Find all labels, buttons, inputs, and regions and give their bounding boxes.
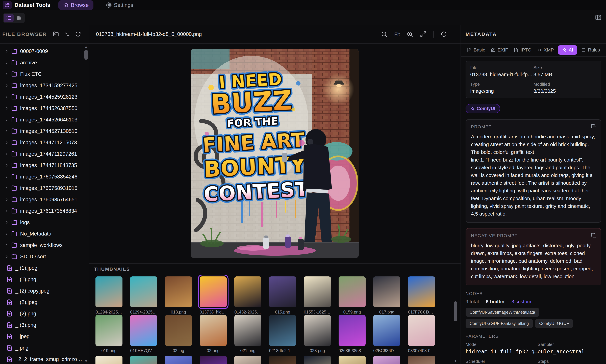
node-chip[interactable]: ComfyUI-GGUF-FantasyTalking: [466, 319, 533, 328]
nav-settings-button[interactable]: Settings: [102, 0, 138, 10]
thumbnail-image[interactable]: [234, 276, 261, 307]
thumbnail[interactable]: [200, 356, 227, 364]
thumbnail-image[interactable]: [304, 276, 331, 307]
tab-basic[interactable]: Basic: [465, 45, 487, 55]
thumbnail[interactable]: 017F7CCD7BB0…: [408, 276, 435, 314]
thumbnail[interactable]: 0159.png: [339, 276, 366, 314]
thumbnail[interactable]: 01432-2025-10-…: [234, 276, 261, 314]
folder-row[interactable]: 00007-0009: [0, 46, 84, 57]
thumbnail-image[interactable]: [408, 315, 435, 346]
thumbnail[interactable]: 02.png: [200, 315, 227, 353]
thumbnail-image[interactable]: [408, 356, 435, 364]
chevron-right-icon[interactable]: [4, 243, 9, 247]
reload-image-button[interactable]: [440, 31, 447, 38]
zoom-out-button[interactable]: [381, 31, 388, 38]
thumbnail-image[interactable]: [304, 315, 331, 346]
thumbnail-image[interactable]: [234, 356, 261, 364]
folder-row[interactable]: images_1744526646103: [0, 114, 84, 126]
open-folder-button[interactable]: [53, 31, 59, 38]
tab-iptc[interactable]: IPTC: [512, 45, 533, 55]
folder-row[interactable]: Flux ETC: [0, 68, 84, 80]
thumbnail-image[interactable]: [95, 356, 122, 364]
folder-row[interactable]: logs: [0, 217, 84, 228]
thumbnail-image[interactable]: [95, 276, 122, 307]
chevron-right-icon[interactable]: [4, 186, 9, 190]
thumbnail-image[interactable]: [165, 356, 192, 364]
file-row[interactable]: _.png: [0, 342, 84, 354]
chevron-right-icon[interactable]: [4, 163, 9, 168]
thumbnail-image[interactable]: [130, 356, 157, 364]
refresh-tree-button[interactable]: [75, 31, 81, 38]
chevron-right-icon[interactable]: [4, 95, 9, 99]
thumbnail-image[interactable]: [408, 276, 435, 307]
zoom-in-button[interactable]: [407, 31, 413, 38]
main-image[interactable]: I NEED BUZZ FOR THE FINE ART BOUNTY CONT…: [191, 49, 359, 258]
thumbnail[interactable]: 02.jpg: [165, 315, 192, 353]
folder-row[interactable]: images_1744711297261: [0, 148, 84, 160]
thumbnail[interactable]: 0213dfe2-1a4d-…: [269, 315, 296, 353]
thumbnail[interactable]: 03307408-018b…: [408, 315, 435, 353]
fit-button[interactable]: Fit: [394, 31, 400, 37]
thumbnail-image[interactable]: [130, 276, 157, 307]
folder-row[interactable]: images_1734159277425: [0, 80, 84, 91]
scrollbar-thumb[interactable]: [454, 301, 457, 321]
scroll-down-icon[interactable]: ▼: [453, 359, 458, 363]
thumbnail-image[interactable]: [373, 356, 400, 364]
thumbnail[interactable]: [130, 356, 157, 364]
thumbnail-image[interactable]: [200, 276, 227, 307]
thumbnail[interactable]: [165, 356, 192, 364]
list-view-button[interactable]: [4, 13, 13, 22]
folder-row[interactable]: No_Metadata: [0, 228, 84, 240]
chevron-right-icon[interactable]: [4, 220, 9, 225]
grid-view-button[interactable]: [14, 13, 24, 22]
thumbnail-image[interactable]: [373, 315, 400, 346]
copy-prompt-button[interactable]: [591, 124, 597, 130]
thumbnail[interactable]: [95, 356, 122, 364]
file-row[interactable]: _.jpeg: [0, 331, 84, 342]
thumbnail[interactable]: 01KHE7QV6WNK…: [130, 315, 157, 353]
node-chip[interactable]: ComfyUI-SaveImageWithMetaData: [466, 308, 539, 317]
chevron-right-icon[interactable]: [4, 129, 9, 133]
thumbnail[interactable]: 019.png: [95, 315, 122, 353]
thumbnail-image[interactable]: [165, 276, 192, 307]
sidebar-scrollbar[interactable]: ▲ ▼: [84, 45, 88, 363]
tab-rules[interactable]: Rules: [580, 45, 602, 55]
thumbnail[interactable]: 021.png: [234, 315, 261, 353]
scrollbar-thumb[interactable]: [84, 50, 88, 60]
folder-row[interactable]: images_1760935764651: [0, 194, 84, 205]
thumbnail-image[interactable]: [339, 315, 366, 346]
scroll-down-icon[interactable]: ▼: [84, 359, 88, 363]
folder-row[interactable]: images_1744527130510: [0, 126, 84, 137]
folder-row[interactable]: archive: [0, 57, 84, 68]
chevron-right-icon[interactable]: [4, 117, 9, 122]
thumbnail[interactable]: 015.png: [269, 276, 296, 314]
chevron-right-icon[interactable]: [4, 106, 9, 111]
fullscreen-button[interactable]: [420, 31, 427, 38]
thumbnail-image[interactable]: [130, 315, 157, 346]
thumbnail[interactable]: [408, 356, 435, 364]
tab-exif[interactable]: EXIF: [489, 45, 510, 55]
tab-xmp[interactable]: XMP: [535, 45, 556, 55]
scroll-up-icon[interactable]: ▲: [84, 45, 88, 49]
copy-negative-prompt-button[interactable]: [591, 233, 597, 238]
thumbnail-image[interactable]: [200, 356, 227, 364]
file-row[interactable]: _ (1).png: [0, 274, 84, 285]
folder-row[interactable]: images_1760758931015: [0, 182, 84, 194]
thumbnail[interactable]: [304, 356, 331, 364]
thumbnail[interactable]: 02BC636D3F3F…: [373, 315, 400, 353]
thumbnail[interactable]: 01294-2025-10-…: [95, 276, 122, 314]
chevron-right-icon[interactable]: [4, 152, 9, 156]
folder-row[interactable]: images_1760758854246: [0, 171, 84, 182]
thumbnail-image[interactable]: [165, 315, 192, 346]
sort-button[interactable]: [64, 31, 70, 38]
thumbnail-image[interactable]: [269, 276, 296, 307]
thumbnails-scrollbar[interactable]: ▼: [453, 276, 458, 363]
nav-browse-button[interactable]: Browse: [58, 0, 93, 10]
collapse-panel-button[interactable]: [595, 14, 602, 21]
chevron-right-icon[interactable]: [4, 140, 9, 145]
file-row[interactable]: _2_2_frame_smug_crimzone…: [0, 354, 84, 364]
thumbnail-image[interactable]: [339, 356, 366, 364]
thumbnail[interactable]: 023.png: [304, 315, 331, 353]
thumbnail-image[interactable]: [234, 315, 261, 346]
folder-row[interactable]: images_1761173548834: [0, 205, 84, 217]
